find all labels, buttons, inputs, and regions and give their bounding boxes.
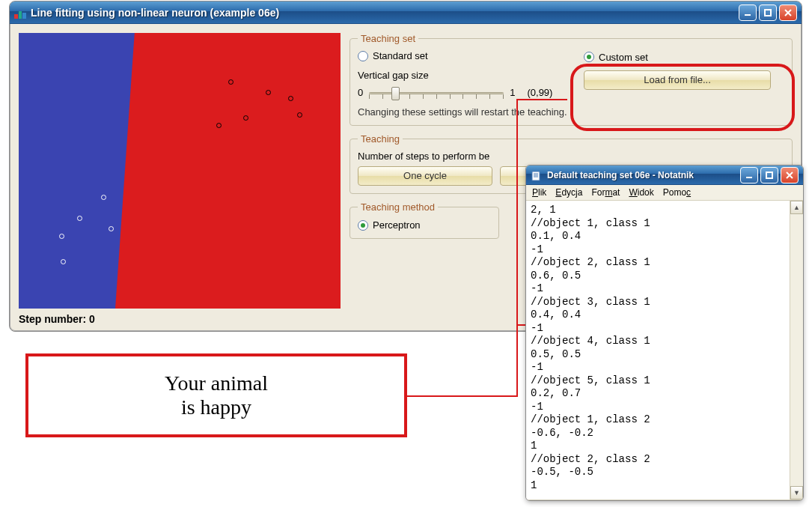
minimize-button[interactable] xyxy=(739,4,757,21)
teaching-set-legend: Teaching set xyxy=(358,33,418,44)
restart-note: Changing these settings will restart the… xyxy=(358,106,784,118)
step-number-label: Step number: 0 xyxy=(19,313,341,325)
menu-file[interactable]: Plik xyxy=(532,187,546,198)
radio-custom-set[interactable]: Custom set xyxy=(584,52,648,63)
load-from-file-button[interactable]: Load from file... xyxy=(584,70,771,90)
notepad-title: Default teaching set 06e - Notatnik xyxy=(547,170,740,180)
scroll-down-icon[interactable]: ▼ xyxy=(790,486,803,500)
gap-size-label: Vertical gap size xyxy=(358,70,570,81)
menu-help[interactable]: Pomoc xyxy=(663,187,691,198)
menu-view[interactable]: Widok xyxy=(629,187,653,198)
radio-standard-set[interactable]: Standard set xyxy=(358,50,428,61)
maximize-button[interactable] xyxy=(759,4,777,21)
menu-format[interactable]: Format xyxy=(591,187,620,198)
gap-max: 1 xyxy=(510,87,515,98)
teaching-method-group: Teaching method Perceptron xyxy=(349,201,499,240)
app-icon xyxy=(14,7,26,19)
gap-value: (0,99) xyxy=(527,87,552,98)
teaching-method-legend: Teaching method xyxy=(358,201,438,213)
radio-perceptron-label: Perceptron xyxy=(373,219,421,231)
notepad-titlebar: Default teaching set 06e - Notatnik xyxy=(526,166,803,185)
menu-edit[interactable]: Edycja xyxy=(555,187,582,198)
radio-standard-label: Standard set xyxy=(373,50,428,61)
steps-label: Number of steps to perform be xyxy=(358,151,784,162)
callout-line1: Your animal xyxy=(165,371,268,395)
callout-line2: is happy xyxy=(181,395,251,419)
radio-perceptron[interactable]: Perceptron xyxy=(358,219,421,231)
plot-area xyxy=(19,33,341,309)
svg-rect-2 xyxy=(532,171,540,180)
svg-rect-0 xyxy=(745,14,751,16)
svg-rect-1 xyxy=(765,10,771,16)
one-cycle-button[interactable]: One cycle xyxy=(358,166,492,186)
left-panel: Step number: 0 xyxy=(19,33,341,325)
connector-line xyxy=(406,395,518,397)
connector-line xyxy=(516,99,518,326)
svg-rect-3 xyxy=(746,177,752,178)
notepad-text-area[interactable]: 2, 1 //object 1, class 1 0.1, 0.4 -1 //o… xyxy=(526,201,790,500)
close-button[interactable] xyxy=(779,4,797,21)
notepad-close-button[interactable] xyxy=(781,167,799,183)
vertical-scrollbar[interactable]: ▲ ▼ xyxy=(790,201,803,500)
window-title: Line fitting using non-linear neuron (ex… xyxy=(31,7,739,19)
radio-custom-label: Custom set xyxy=(599,52,648,63)
notepad-maximize-button[interactable] xyxy=(760,167,778,183)
notepad-menubar: Plik Edycja Format Widok Pomoc xyxy=(526,185,803,201)
scroll-left-icon[interactable]: ◀ xyxy=(526,500,540,501)
gap-min: 0 xyxy=(358,87,363,98)
scroll-up-icon[interactable]: ▲ xyxy=(790,201,803,214)
titlebar: Line fitting using non-linear neuron (ex… xyxy=(10,1,802,24)
connector-line xyxy=(516,324,518,397)
notepad-icon xyxy=(531,169,543,181)
notepad-window: Default teaching set 06e - Notatnik Plik… xyxy=(525,165,804,501)
scroll-right-icon[interactable]: ▶ xyxy=(776,500,790,501)
teaching-set-group: Teaching set Standard set Vertical gap s… xyxy=(349,33,793,126)
notepad-minimize-button[interactable] xyxy=(740,167,758,183)
connector-line xyxy=(516,99,567,100)
svg-rect-4 xyxy=(766,172,772,178)
callout-box: Your animal is happy xyxy=(25,353,407,437)
teaching-legend: Teaching xyxy=(358,133,403,145)
gap-slider[interactable] xyxy=(369,84,504,102)
horizontal-scrollbar[interactable]: ◀ ▶ xyxy=(526,500,803,501)
